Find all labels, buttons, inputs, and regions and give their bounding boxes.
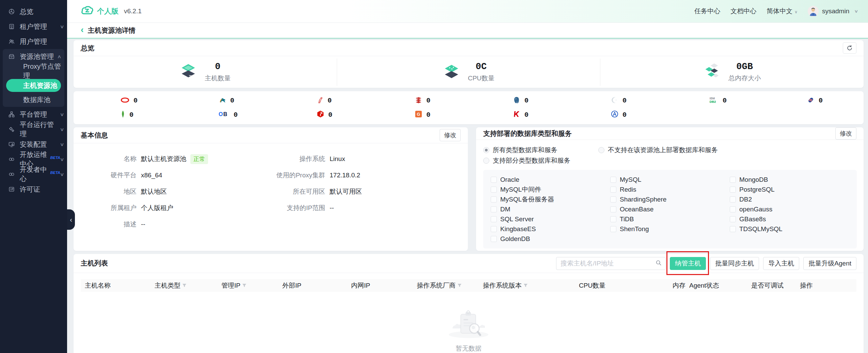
dashboard-icon bbox=[7, 7, 16, 16]
sidebar-item-developer-center[interactable]: 开发者中心 BETA ∨ bbox=[0, 167, 67, 182]
sidebar-item-platform-ops-mgmt[interactable]: 平台运行管理 ∨ bbox=[0, 122, 67, 137]
radio-partial-types[interactable]: 支持部分类型数据库和服务 bbox=[483, 156, 570, 165]
radio-all-types[interactable]: 所有类型数据库和服务 bbox=[483, 146, 557, 155]
checkbox-dm[interactable]: DM bbox=[491, 204, 610, 214]
checkbox-shardingsphere[interactable]: ShardingSphere bbox=[610, 194, 730, 204]
sidebar-item-open-ops-center[interactable]: 开放运维中心 BETA ∨ bbox=[0, 152, 67, 167]
sidebar-item-platform-mgmt[interactable]: 平台管理 ∨ bbox=[0, 107, 67, 122]
checkbox-mysql-middleware[interactable]: MySQL中间件 bbox=[491, 184, 610, 194]
mongodb-icon bbox=[121, 110, 125, 119]
search-icon[interactable] bbox=[655, 259, 662, 268]
language-selector[interactable]: 简体中文∨ bbox=[767, 7, 798, 16]
overview-card-header: 总览 bbox=[74, 40, 864, 56]
checkbox-icon bbox=[491, 226, 497, 232]
filter-icon[interactable] bbox=[457, 283, 462, 288]
checkbox-icon bbox=[610, 226, 616, 232]
sidebar-item-license[interactable]: 许可证 bbox=[0, 182, 67, 197]
column-agent-status: Agent状态 bbox=[689, 281, 751, 290]
stat-cpu-count: 0C CPU数量 bbox=[337, 59, 600, 86]
basic-info-edit-button[interactable]: 修改 bbox=[440, 129, 461, 141]
overview-stats: 0 主机数量 0C CPU数量 0GB bbox=[74, 56, 864, 88]
db-count-row-1: 0 0 0 0 0 bbox=[74, 94, 864, 108]
opengauss-icon bbox=[611, 96, 618, 105]
sidebar-item-label: 开发者中心 bbox=[20, 165, 49, 183]
stat-host-count: 0 主机数量 bbox=[74, 59, 337, 86]
sidebar-item-tenant-mgmt[interactable]: 租户管理 ∨ bbox=[0, 19, 67, 34]
checkbox-mysql-backup-server[interactable]: MySQL备份服务器 bbox=[491, 194, 610, 204]
radio-row-1: 所有类型数据库和服务 不支持在该资源池上部署数据库和服务 bbox=[483, 145, 860, 155]
topbar: 个人版 v6.2.1 任务中心 文档中心 简体中文∨ sysadmin ∨ bbox=[67, 0, 868, 23]
batch-sync-host-button[interactable]: 批量同步主机 bbox=[710, 257, 759, 270]
checkbox-icon bbox=[610, 177, 616, 183]
column-memory: 内存 bbox=[673, 281, 689, 290]
stat-memory-total: 0GB 总内存大小 bbox=[600, 59, 864, 86]
checkbox-mongodb[interactable]: MongoDB bbox=[730, 175, 849, 184]
refresh-button[interactable] bbox=[843, 42, 856, 54]
checkbox-redis[interactable]: Redis bbox=[610, 184, 730, 194]
sidebar-item-label: 平台运行管理 bbox=[20, 120, 60, 139]
checkbox-opengauss[interactable]: openGauss bbox=[730, 204, 849, 214]
checkbox-icon bbox=[491, 236, 497, 242]
checkbox-oracle[interactable]: Oracle bbox=[491, 175, 610, 184]
user-menu[interactable]: sysadmin ∨ bbox=[808, 6, 858, 17]
topbar-right: 任务中心 文档中心 简体中文∨ sysadmin ∨ bbox=[694, 6, 858, 17]
info-row: 基本信息 修改 名称 默认主机资源池正常 硬件平台 x86_64 bbox=[74, 127, 864, 251]
sidebar-item-user-mgmt[interactable]: 用户管理 bbox=[0, 34, 67, 49]
sidebar-subitem-label: Proxy节点管理 bbox=[23, 62, 64, 80]
import-host-button[interactable]: 导入主机 bbox=[763, 257, 799, 270]
chevron-down-icon: ∨ bbox=[60, 112, 64, 117]
checkbox-db2[interactable]: DB2 bbox=[730, 194, 849, 204]
checkbox-tdsqlmysql[interactable]: TDSQLMySQL bbox=[730, 224, 849, 234]
sidebar-item-overview[interactable]: 总览 bbox=[0, 4, 67, 19]
checkbox-oceanbase[interactable]: OceanBase bbox=[610, 204, 730, 214]
checkbox-shentong[interactable]: ShenTong bbox=[610, 224, 730, 234]
manage-host-button[interactable]: 纳管主机 bbox=[670, 257, 706, 270]
sidebar-collapse-handle[interactable]: ‹ bbox=[67, 209, 75, 230]
db-support-card: 支持部署的数据库类型和服务 修改 所有类型数据库和服务 不支持在该资源池上部署数… bbox=[476, 127, 864, 251]
svg-text:DB2: DB2 bbox=[710, 100, 716, 103]
resource-pool-icon bbox=[7, 52, 16, 61]
checkbox-kingbasees[interactable]: KingbaseES bbox=[491, 224, 610, 234]
checkbox-icon bbox=[491, 196, 497, 203]
cpu-count-value: 0C bbox=[476, 62, 487, 72]
checkbox-tidb[interactable]: TiDB bbox=[610, 214, 730, 224]
checkbox-icon bbox=[730, 226, 736, 232]
checkbox-sql-server[interactable]: SQL Server bbox=[491, 214, 610, 224]
description-value: -- bbox=[141, 221, 145, 228]
task-center-link[interactable]: 任务中心 bbox=[694, 7, 720, 16]
proxy-cluster-value: 172.18.0.2 bbox=[330, 172, 360, 179]
back-button[interactable]: ‹ bbox=[81, 25, 84, 34]
link-icon bbox=[7, 155, 16, 163]
checkbox-icon bbox=[730, 206, 736, 212]
sidebar-item-database-pool[interactable]: 数据库池 bbox=[3, 93, 64, 107]
checkbox-postgresql[interactable]: PostgreSQL bbox=[730, 184, 849, 194]
host-search-input[interactable] bbox=[561, 260, 655, 267]
version-label: v6.2.1 bbox=[124, 7, 142, 15]
column-os-version: 操作系统版本 bbox=[483, 281, 579, 290]
checkbox-goldendb[interactable]: GoldenDB bbox=[491, 234, 610, 244]
chevron-down-icon: ∨ bbox=[60, 142, 64, 147]
sidebar-item-install-config[interactable]: 安装配置 ∨ bbox=[0, 137, 67, 152]
sidebar-item-host-resource-pool[interactable]: 主机资源池 bbox=[6, 79, 61, 92]
checkbox-mysql[interactable]: MySQL bbox=[610, 175, 730, 184]
chevron-down-icon: ∨ bbox=[854, 9, 858, 14]
sidebar-item-label: 许可证 bbox=[20, 185, 40, 194]
basic-info-card: 基本信息 修改 名称 默认主机资源池正常 硬件平台 x86_64 bbox=[74, 127, 468, 251]
filter-icon[interactable] bbox=[182, 283, 187, 288]
field-ip-range: 支持的IP范围 -- bbox=[271, 200, 464, 216]
batch-upgrade-agent-button[interactable]: 批量升级Agent bbox=[803, 257, 856, 270]
db-count-row-2: 0 OB 0 0 G 0 0 bbox=[74, 108, 864, 122]
checkbox-gbase8s[interactable]: GBase8s bbox=[730, 214, 849, 224]
radio-not-supported[interactable]: 不支持在该资源池上部署数据库和服务 bbox=[598, 146, 718, 155]
filter-icon[interactable] bbox=[242, 283, 247, 288]
doc-center-link[interactable]: 文档中心 bbox=[730, 7, 756, 16]
field-os: 操作系统 Linux bbox=[271, 151, 464, 167]
filter-icon[interactable] bbox=[523, 283, 528, 288]
sidebar-item-proxy-node-mgmt[interactable]: Proxy节点管理 bbox=[3, 64, 64, 78]
sidebar-item-resource-pool-mgmt[interactable]: 资源池管理 ∧ bbox=[3, 49, 64, 64]
empty-state: 暂无数据 bbox=[74, 292, 864, 353]
field-proxy-cluster: 使用的Proxy集群 172.18.0.2 bbox=[271, 167, 464, 183]
chevron-up-icon: ∧ bbox=[57, 54, 61, 59]
db-count-redis: 0 bbox=[368, 96, 466, 105]
db-support-edit-button[interactable]: 修改 bbox=[835, 127, 856, 140]
